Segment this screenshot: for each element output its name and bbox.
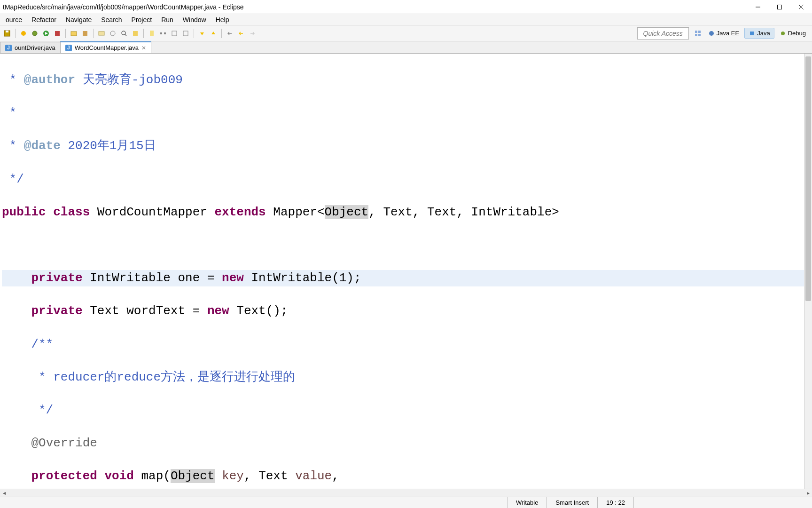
search-button[interactable] bbox=[119, 28, 129, 39]
show-whitespace-button[interactable] bbox=[180, 28, 191, 39]
tab-label: WordCountMapper.java bbox=[75, 44, 139, 51]
perspective-label: Java bbox=[757, 30, 770, 37]
svg-rect-22 bbox=[183, 31, 188, 36]
menu-bar: ource Refactor Navigate Search Project R… bbox=[0, 14, 812, 25]
open-task-button[interactable] bbox=[108, 28, 118, 39]
toolbar-separator bbox=[143, 29, 144, 38]
svg-rect-20 bbox=[164, 32, 166, 34]
svg-rect-25 bbox=[695, 31, 697, 33]
status-empty bbox=[633, 497, 812, 508]
perspective-debug[interactable]: Debug bbox=[775, 28, 810, 39]
editor-tab-active[interactable]: J WordCountMapper.java ✕ bbox=[60, 41, 151, 53]
horizontal-scrollbar[interactable]: ◂ ▸ bbox=[0, 489, 812, 497]
scroll-left-button[interactable]: ◂ bbox=[0, 489, 8, 497]
menu-refactor[interactable]: Refactor bbox=[27, 15, 61, 25]
perspective-label: Debug bbox=[788, 30, 806, 37]
svg-rect-27 bbox=[695, 34, 697, 36]
forward-button[interactable] bbox=[247, 28, 258, 39]
toolbar-separator bbox=[194, 29, 194, 38]
editor-area: * @author 天亮教育-job009 * * @date 2020年1月1… bbox=[0, 54, 812, 489]
svg-point-6 bbox=[21, 31, 26, 36]
toolbar-separator bbox=[65, 29, 66, 38]
perspective-java-ee[interactable]: Java EE bbox=[704, 28, 743, 39]
menu-help[interactable]: Help bbox=[211, 15, 234, 25]
menu-run[interactable]: Run bbox=[156, 15, 178, 25]
toolbar-separator bbox=[15, 29, 16, 38]
svg-point-31 bbox=[781, 32, 785, 35]
svg-rect-21 bbox=[172, 31, 177, 36]
window-title: tMapReduce/src/main/java/com/tl/job009/m… bbox=[3, 3, 747, 11]
svg-rect-5 bbox=[6, 31, 8, 32]
tab-label: ountDriver.java bbox=[15, 44, 55, 51]
window-close-button[interactable] bbox=[790, 0, 812, 14]
external-tools-button[interactable] bbox=[52, 28, 62, 39]
svg-point-29 bbox=[709, 31, 714, 36]
last-edit-button[interactable] bbox=[225, 28, 235, 39]
new-wizard-button[interactable] bbox=[18, 28, 29, 39]
main-toolbar: Quick Access Java EE Java Debug bbox=[0, 25, 812, 41]
svg-rect-10 bbox=[55, 31, 60, 36]
svg-rect-13 bbox=[99, 32, 104, 35]
java-file-icon: J bbox=[65, 45, 72, 51]
perspective-java[interactable]: Java bbox=[744, 28, 774, 39]
svg-rect-19 bbox=[160, 32, 162, 34]
editor-tab[interactable]: J ountDriver.java bbox=[0, 42, 61, 53]
globe-icon bbox=[708, 30, 715, 37]
svg-marker-24 bbox=[211, 32, 215, 34]
svg-rect-28 bbox=[698, 34, 701, 36]
menu-project[interactable]: Project bbox=[127, 15, 157, 25]
toolbar-separator bbox=[93, 29, 94, 38]
svg-rect-17 bbox=[133, 31, 138, 36]
svg-rect-11 bbox=[71, 32, 77, 36]
svg-point-7 bbox=[32, 31, 37, 36]
toolbar-separator bbox=[221, 29, 222, 38]
menu-search[interactable]: Search bbox=[96, 15, 126, 25]
new-package-button[interactable] bbox=[80, 28, 90, 39]
menu-window[interactable]: Window bbox=[178, 15, 211, 25]
scrollbar-thumb[interactable] bbox=[805, 56, 811, 301]
debug-button[interactable] bbox=[30, 28, 40, 39]
svg-rect-30 bbox=[750, 32, 754, 35]
open-perspective-button[interactable] bbox=[693, 28, 703, 39]
back-button[interactable] bbox=[236, 28, 246, 39]
status-insert-mode: Smart Insert bbox=[547, 497, 597, 508]
scroll-right-button[interactable]: ▸ bbox=[804, 489, 812, 497]
status-bar: Writable Smart Insert 19 : 22 bbox=[0, 497, 812, 508]
menu-navigate[interactable]: Navigate bbox=[61, 15, 96, 25]
close-tab-button[interactable]: ✕ bbox=[141, 45, 146, 51]
status-cursor-position: 19 : 22 bbox=[597, 497, 633, 508]
perspective-label: Java EE bbox=[717, 30, 739, 37]
prev-annotation-button[interactable] bbox=[208, 28, 219, 39]
run-button[interactable] bbox=[41, 28, 51, 39]
java-icon bbox=[749, 30, 755, 37]
toggle-mark-button[interactable] bbox=[147, 28, 157, 39]
menu-source[interactable]: ource bbox=[1, 15, 27, 25]
window-titlebar: tMapReduce/src/main/java/com/tl/job009/m… bbox=[0, 0, 812, 14]
vertical-scrollbar[interactable] bbox=[804, 54, 812, 489]
open-type-button[interactable] bbox=[96, 28, 107, 39]
svg-rect-12 bbox=[83, 31, 87, 36]
window-minimize-button[interactable] bbox=[747, 0, 769, 14]
svg-rect-18 bbox=[150, 31, 154, 36]
next-annotation-button[interactable] bbox=[197, 28, 207, 39]
quick-access-input[interactable]: Quick Access bbox=[637, 27, 689, 40]
svg-rect-1 bbox=[778, 5, 782, 9]
toggle-breadcrumb-button[interactable] bbox=[158, 28, 168, 39]
svg-point-15 bbox=[122, 31, 125, 35]
save-button[interactable] bbox=[2, 28, 12, 39]
bug-icon bbox=[780, 30, 786, 37]
new-java-project-button[interactable] bbox=[69, 28, 79, 39]
code-editor[interactable]: * @author 天亮教育-job009 * * @date 2020年1月1… bbox=[0, 54, 804, 489]
window-restore-button[interactable] bbox=[769, 0, 790, 14]
svg-line-16 bbox=[125, 34, 126, 36]
toggle-block-button[interactable] bbox=[169, 28, 180, 39]
svg-marker-23 bbox=[200, 32, 204, 35]
editor-tab-bar: J ountDriver.java J WordCountMapper.java… bbox=[0, 41, 812, 54]
status-writable: Writable bbox=[507, 497, 547, 508]
annotation-button[interactable] bbox=[130, 28, 141, 39]
svg-rect-26 bbox=[698, 31, 701, 33]
java-file-icon: J bbox=[5, 45, 12, 51]
svg-point-14 bbox=[110, 31, 115, 36]
